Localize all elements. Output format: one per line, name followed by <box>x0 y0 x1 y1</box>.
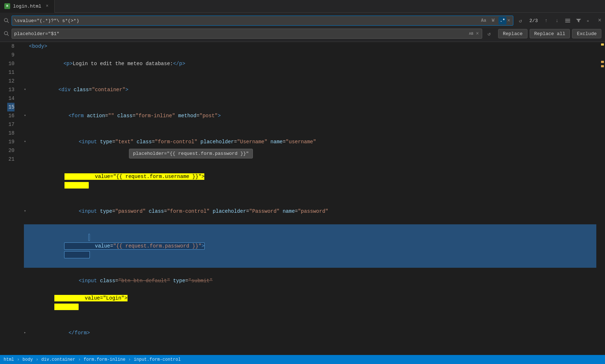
preserve-case-button[interactable]: ≡ <box>585 16 594 25</box>
svg-point-0 <box>4 18 8 22</box>
code-line-17: ▸ </form> <box>24 320 596 346</box>
breadcrumb-sep-2: › <box>36 357 38 362</box>
breadcrumb-input[interactable]: input.form-control <box>134 357 181 362</box>
svg-rect-2 <box>565 19 570 20</box>
search-replace-panel: Aa W .* × ↺ 2/3 ↑ ↓ <box>0 13 605 42</box>
match-word-button[interactable]: W <box>489 17 497 25</box>
code-content[interactable]: <body> <p>Login to edit the meteo databa… <box>20 42 600 355</box>
tab-bar: H login.html × <box>0 0 605 13</box>
svg-text:≡: ≡ <box>587 19 589 23</box>
preserve-case-replace-button[interactable]: AB <box>467 30 475 38</box>
highlight-line16: value="Login"> <box>54 295 128 310</box>
find-navigation: 2/3 ↑ ↓ ≡ × <box>527 16 601 25</box>
find-options: Aa W .* <box>480 17 506 25</box>
breadcrumb-div-container[interactable]: div.container <box>41 357 75 362</box>
fold-arrow-12[interactable]: ▾ <box>24 137 29 146</box>
file-tab[interactable]: H login.html × <box>0 0 55 13</box>
match-count: 2/3 <box>527 18 540 24</box>
replace-refresh-button[interactable]: ↺ <box>484 29 494 38</box>
replace-input-wrapper: AB × <box>12 29 482 39</box>
scrollbar-marker-1 <box>601 43 604 46</box>
code-line-15: value="{{ request.form.password }}"> <box>24 224 596 268</box>
file-tab-icon: H <box>4 3 10 9</box>
fold-arrow-18: ▸ <box>24 355 29 355</box>
find-row: Aa W .* × ↺ 2/3 ↑ ↓ <box>4 15 601 26</box>
fold-arrow-11[interactable]: ▾ <box>24 111 29 120</box>
filter-match-button[interactable] <box>574 16 583 25</box>
replace-action-buttons: Replace Replace all Exclude <box>498 29 601 38</box>
find-input-wrapper: Aa W .* × <box>12 16 513 26</box>
line-numbers: 8 9 10 11 12 13 14 15 16 17 18 19 20 21 <box>0 42 20 355</box>
code-line-13: value="{{ request.form.username }}"> <box>24 155 596 198</box>
close-search-button[interactable]: × <box>598 17 601 24</box>
replace-options: AB <box>467 30 475 38</box>
tab-close-button[interactable]: × <box>44 3 50 9</box>
replace-icon <box>4 31 9 37</box>
code-line-12: ▾ <input type="text" class="form-control… <box>24 129 596 155</box>
code-line-8: <body> <box>24 42 596 51</box>
regex-button[interactable]: .* <box>498 17 506 25</box>
fold-arrow-17: ▸ <box>24 329 29 337</box>
scrollbar-marker-2 <box>601 61 604 63</box>
tab-filename: login.html <box>13 4 41 9</box>
replace-clear-button[interactable]: × <box>475 31 480 37</box>
status-bar: html › body › div.container › form.form-… <box>0 355 605 364</box>
find-input[interactable] <box>14 18 478 24</box>
svg-line-7 <box>7 34 9 36</box>
svg-point-6 <box>4 31 8 35</box>
minimap-scrollbar <box>600 42 605 355</box>
scrollbar-marker-3 <box>601 65 604 67</box>
find-clear-button[interactable]: × <box>506 18 511 24</box>
editor-area: 8 9 10 11 12 13 14 15 16 17 18 19 20 21 … <box>0 42 605 355</box>
code-line-14: ▾ <input type="password" class="form-con… <box>24 198 596 224</box>
find-icon <box>4 18 9 24</box>
code-line-18: ▸ <p>{{ error }}</p> <box>24 346 596 355</box>
highlight-line15: value="{{ request.form.password }}"> <box>64 234 204 258</box>
match-case-button[interactable]: Aa <box>480 17 488 25</box>
code-line-16: <input class="btn btn-default" type="sub… <box>24 268 596 320</box>
code-line-11: ▾ <form action="" class="form-inline" me… <box>24 103 596 129</box>
breadcrumb-sep-1: › <box>17 357 20 362</box>
toggle-context-button[interactable] <box>563 16 572 25</box>
fold-arrow-10[interactable]: ▾ <box>24 85 29 94</box>
svg-rect-4 <box>565 22 570 22</box>
replace-all-button[interactable]: Replace all <box>530 29 570 38</box>
breadcrumb-sep-4: › <box>128 357 131 362</box>
exclude-button[interactable]: Exclude <box>572 29 601 38</box>
highlight-line13: value="{{ request.form.username }}"> <box>64 173 204 189</box>
breadcrumb-body[interactable]: body <box>22 357 33 362</box>
fold-arrow-14[interactable]: ▾ <box>24 207 29 216</box>
breadcrumb-html[interactable]: html <box>4 357 14 362</box>
code-line-9: <p>Login to edit the meteo database:</p> <box>24 51 596 77</box>
next-match-button[interactable]: ↓ <box>552 16 562 25</box>
svg-line-1 <box>7 21 9 23</box>
replace-button[interactable]: Replace <box>498 29 527 38</box>
replace-row: AB × ↺ Replace Replace all Exclude <box>4 28 601 39</box>
prev-match-button[interactable]: ↑ <box>541 16 551 25</box>
replace-input[interactable] <box>14 31 466 37</box>
breadcrumb-form[interactable]: form.form-inline <box>84 357 125 362</box>
svg-rect-3 <box>565 20 570 21</box>
code-line-10: ▾ <div class="container"> <box>24 77 596 103</box>
breadcrumb-sep-3: › <box>78 357 81 362</box>
find-refresh-button[interactable]: ↺ <box>516 16 525 25</box>
